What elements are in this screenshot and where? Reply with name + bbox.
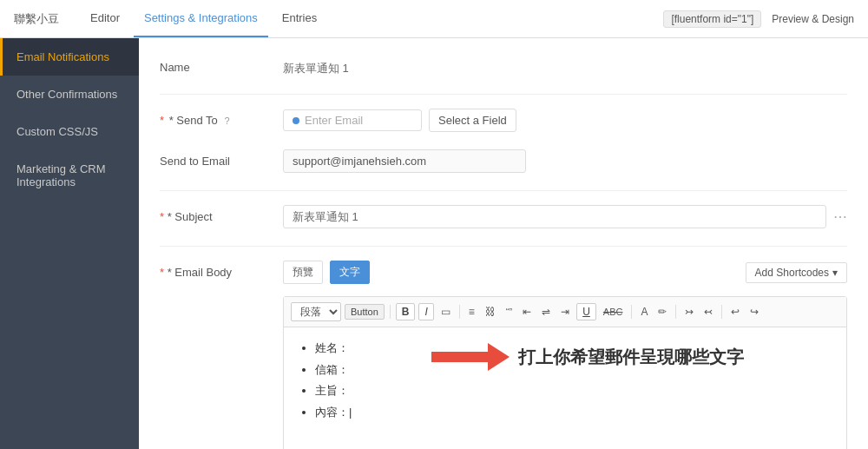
annotation-text: 打上你希望郵件呈現哪些文字 [518, 346, 744, 369]
email-body-label-text: * Email Body [168, 266, 232, 279]
paragraph-select[interactable]: 段落 [291, 302, 341, 321]
italic-button[interactable]: I [418, 303, 433, 320]
sidebar-item-other-confirmations[interactable]: Other Confirmations [0, 76, 139, 113]
nav-editor[interactable]: Editor [80, 0, 130, 37]
toolbar-divider-1 [390, 305, 391, 319]
email-dot-icon [293, 117, 299, 124]
email-body-label: * * Email Body [160, 261, 273, 279]
send-to-email-label: Send to Email [160, 149, 273, 168]
add-shortcodes-label: Add Shortcodes [755, 267, 829, 279]
editor-content[interactable]: 姓名： 信箱： 主旨： 內容：| 打上你希望郵件呈現哪些文字 [284, 327, 846, 449]
subject-required: * [160, 210, 168, 223]
editor-list: 姓名： 信箱： 主旨： 內容：| [298, 338, 352, 449]
link-icon[interactable]: ⛓ [482, 304, 499, 320]
brand-label: 聯繫小豆 [14, 11, 59, 27]
sidebar: Email Notifications Other Confirmations … [0, 38, 139, 449]
send-to-controls: Enter Email Select a Field [283, 109, 847, 132]
send-to-label: * * Send To ? [160, 109, 273, 127]
align-left-icon[interactable]: ⇤ [519, 304, 535, 320]
name-value-area: 新表單通知 1 [283, 56, 847, 76]
redo-button[interactable]: ↪ [746, 304, 762, 320]
subject-label-text: * Subject [168, 210, 213, 223]
editor-toolbar: 段落 Button B I ▭ ≡ ⛓ “” ⇤ ⇌ ⇥ [284, 297, 846, 327]
subject-row-inner: ⋯ [283, 205, 847, 228]
send-to-email-row: Send to Email [160, 149, 847, 173]
topbar: 聯繫小豆 Editor Settings & Integrations Entr… [0, 0, 868, 38]
email-body-header: 預覽 文字 Add Shortcodes ▾ [283, 261, 847, 284]
subject-label: * * Subject [160, 205, 273, 223]
subject-input[interactable] [283, 205, 826, 228]
nav-settings[interactable]: Settings & Integrations [134, 0, 268, 37]
arrow-annotation: 打上你希望郵件呈現哪些文字 [431, 343, 744, 371]
layout: Email Notifications Other Confirmations … [0, 38, 868, 449]
sidebar-item-email-notifications[interactable]: Email Notifications [0, 38, 139, 76]
code-snippet: [fluentform id="1"] [663, 10, 761, 28]
name-label: Name [160, 56, 273, 74]
subject-expand-icon[interactable]: ⋯ [833, 208, 847, 225]
email-body-area: 預覽 文字 Add Shortcodes ▾ 段落 Button [283, 261, 847, 449]
toolbar-divider-2 [459, 305, 460, 319]
strikethrough-icon[interactable]: ABC [600, 305, 627, 319]
main-content: Name 新表單通知 1 * * Send To ? Enter Email S… [139, 38, 868, 449]
toolbar-divider-5 [721, 305, 722, 319]
button-toolbar-btn[interactable]: Button [345, 304, 385, 320]
select-field-button[interactable]: Select a Field [429, 109, 516, 132]
list-item-name: 姓名： [315, 338, 352, 360]
top-nav: Editor Settings & Integrations Entries [80, 0, 327, 37]
enter-email-wrap[interactable]: Enter Email [283, 109, 422, 131]
subject-row: * * Subject ⋯ [160, 205, 847, 228]
list-icon[interactable]: ≡ [465, 304, 478, 320]
subject-area: ⋯ [283, 205, 847, 228]
align-center-icon[interactable]: ⇌ [538, 304, 554, 320]
topbar-right: [fluentform id="1"] Preview & Design [663, 10, 854, 28]
tab-text[interactable]: 文字 [330, 261, 370, 284]
red-arrow-icon [431, 343, 510, 371]
send-to-inputs: Enter Email Select a Field [283, 109, 847, 132]
undo-button[interactable]: ↩ [727, 304, 743, 320]
send-to-row: * * Send To ? Enter Email Select a Field [160, 109, 847, 132]
sidebar-item-marketing-crm[interactable]: Marketing & CRM Integrations [0, 150, 139, 201]
send-to-tooltip-icon[interactable]: ? [224, 116, 229, 126]
align-right-icon[interactable]: ⇥ [557, 304, 573, 320]
send-to-label-text: * Send To [169, 114, 218, 127]
toolbar-divider-4 [675, 305, 676, 319]
email-body-required: * [160, 266, 168, 279]
font-color-icon[interactable]: A [637, 304, 651, 320]
editor-wrap: 段落 Button B I ▭ ≡ ⛓ “” ⇤ ⇌ ⇥ [283, 296, 847, 449]
shortcodes-chevron-icon: ▾ [832, 267, 838, 279]
list-item-subject: 主旨： [315, 380, 352, 402]
divider-2 [160, 190, 847, 191]
quote-icon[interactable]: “” [503, 305, 516, 319]
send-to-email-area [283, 149, 847, 173]
list-item-email: 信箱： [315, 360, 352, 381]
color-box-icon[interactable]: ▭ [437, 304, 454, 320]
svg-marker-0 [431, 343, 510, 371]
send-to-email-input[interactable] [283, 149, 526, 173]
divider-1 [160, 94, 847, 95]
nav-entries[interactable]: Entries [272, 0, 327, 37]
add-shortcodes-button[interactable]: Add Shortcodes ▾ [746, 262, 847, 283]
name-value: 新表單通知 1 [283, 56, 847, 76]
list-item-content: 內容：| [315, 402, 352, 424]
divider-3 [160, 246, 847, 247]
bold-button[interactable]: B [396, 303, 416, 320]
indent-icon[interactable]: ↣ [681, 304, 697, 320]
sidebar-item-custom-css-js[interactable]: Custom CSS/JS [0, 113, 139, 150]
toolbar-divider-3 [631, 305, 632, 319]
tab-preview[interactable]: 預覽 [283, 261, 323, 284]
outdent-icon[interactable]: ↢ [700, 304, 716, 320]
name-row: Name 新表單通知 1 [160, 56, 847, 76]
preview-design-link[interactable]: Preview & Design [772, 13, 854, 25]
send-to-required: * [160, 114, 168, 127]
pen-icon[interactable]: ✏ [654, 304, 670, 320]
email-body-row: * * Email Body 預覽 文字 Add Shortcodes ▾ [160, 261, 847, 449]
enter-email-placeholder: Enter Email [305, 114, 363, 127]
underline-button[interactable]: U [576, 303, 596, 320]
